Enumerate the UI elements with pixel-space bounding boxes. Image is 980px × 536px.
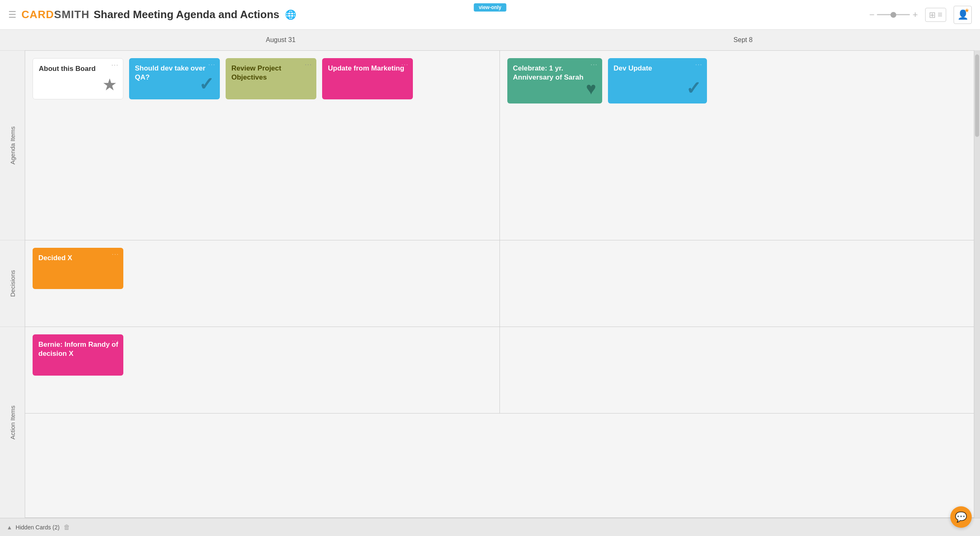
- heart-card-icon: ♥: [586, 79, 596, 99]
- grid-cell-decisions-sep8: [500, 240, 974, 327]
- grid-row-actions: ··· Bernie: Inform Randy of decision X: [25, 327, 974, 414]
- card-decided-x[interactable]: ··· Decided X: [33, 248, 123, 289]
- card-menu-dots[interactable]: ···: [695, 61, 703, 67]
- chevron-up-icon: ▲: [7, 524, 12, 531]
- card-menu-dots[interactable]: ···: [111, 62, 119, 68]
- header: ☰ CARDSMITH Shared Meeting Agenda and Ac…: [0, 0, 980, 30]
- card-menu-dots[interactable]: ···: [401, 61, 409, 67]
- card-should-dev[interactable]: ··· Should dev take over QA? ✓: [129, 58, 220, 99]
- zoom-out-button[interactable]: −: [869, 9, 875, 20]
- logo: CARDSMITH: [21, 8, 90, 21]
- board-title: Shared Meeting Agenda and Actions: [94, 8, 279, 21]
- view-only-badge: view-only: [474, 3, 506, 12]
- hidden-cards-label: Hidden Cards (2): [16, 524, 60, 531]
- card-title: Bernie: Inform Randy of decision X: [38, 341, 118, 357]
- row-label-decisions: Decisions: [0, 240, 25, 327]
- card-menu-dots[interactable]: ···: [208, 61, 216, 67]
- zoom-slider[interactable]: [877, 14, 910, 15]
- col-header-aug31: August 31: [49, 36, 512, 44]
- hamburger-menu-icon[interactable]: ☰: [8, 9, 16, 20]
- zoom-control: − +: [869, 9, 918, 20]
- row-labels: Agenda Items Decisions Action Items: [0, 50, 25, 518]
- logo-text: CARDSMITH: [21, 8, 90, 21]
- scrollbar-track[interactable]: [974, 50, 980, 518]
- card-menu-dots[interactable]: ···: [305, 61, 312, 67]
- col-header-sep8: Sept 8: [512, 36, 974, 44]
- card-bernie[interactable]: ··· Bernie: Inform Randy of decision X: [33, 334, 123, 376]
- view-toggle-group: ⊞ ≡: [925, 8, 946, 22]
- check-card-icon: ✓: [686, 78, 701, 99]
- card-title: About this Board: [39, 65, 96, 73]
- check-card-icon: ✓: [199, 73, 214, 94]
- card-dev-update[interactable]: ··· Dev Update ✓: [608, 58, 707, 103]
- card-title: Should dev take over QA?: [135, 64, 205, 81]
- grid-cell-actions-aug31: ··· Bernie: Inform Randy of decision X: [25, 327, 500, 413]
- scrollbar-thumb[interactable]: [975, 54, 979, 137]
- hidden-cards-toggle[interactable]: ▲ Hidden Cards (2): [7, 524, 59, 531]
- grid-row-agenda: ··· About this Board ★ ··· Should dev ta…: [25, 51, 974, 240]
- logo-card: CARD: [21, 8, 54, 21]
- grid-view-icon[interactable]: ⊞: [929, 10, 936, 20]
- grid-cell-agenda-aug31: ··· About this Board ★ ··· Should dev ta…: [25, 51, 500, 240]
- star-icon: ★: [964, 7, 970, 14]
- card-celebrate[interactable]: ··· Celebrate: 1 yr. Anniversary of Sara…: [507, 58, 602, 103]
- card-review-project[interactable]: ··· Review Project Objectives: [226, 58, 316, 99]
- board-container: Agenda Items Decisions Action Items ··· …: [0, 50, 980, 518]
- grid-area: ··· About this Board ★ ··· Should dev ta…: [25, 50, 974, 518]
- profile-button[interactable]: ★ 👤: [954, 6, 972, 24]
- chat-bubble-button[interactable]: 💬: [950, 506, 972, 528]
- bottom-bar: ▲ Hidden Cards (2) 🗑: [0, 518, 980, 536]
- trash-icon[interactable]: 🗑: [64, 524, 70, 531]
- card-menu-dots[interactable]: ···: [112, 338, 119, 343]
- card-update-marketing[interactable]: ··· Update from Marketing: [322, 58, 413, 99]
- globe-icon[interactable]: 🌐: [285, 9, 296, 20]
- row-label-agenda: Agenda Items: [0, 50, 25, 240]
- col-header-area: August 31 Sept 8: [49, 36, 974, 44]
- card-menu-dots[interactable]: ···: [112, 251, 119, 257]
- card-menu-dots[interactable]: ···: [591, 61, 598, 67]
- row-label-actions: Action Items: [0, 327, 25, 518]
- zoom-thumb: [890, 12, 896, 18]
- list-view-icon[interactable]: ≡: [938, 10, 942, 19]
- card-title: Celebrate: 1 yr. Anniversary of Sarah: [513, 64, 584, 81]
- logo-smith: SMITH: [54, 8, 90, 21]
- grid-cell-actions-sep8: [500, 327, 974, 413]
- card-about-board[interactable]: ··· About this Board ★: [33, 58, 123, 99]
- header-right: − + ⊞ ≡ ★ 👤: [869, 6, 972, 24]
- grid-row-decisions: ··· Decided X: [25, 240, 974, 327]
- star-card-icon: ★: [102, 75, 117, 94]
- grid-cell-agenda-sep8: ··· Celebrate: 1 yr. Anniversary of Sara…: [500, 51, 974, 240]
- zoom-in-button[interactable]: +: [912, 9, 918, 20]
- grid-cell-decisions-aug31: ··· Decided X: [25, 240, 500, 327]
- column-headers: August 31 Sept 8: [0, 30, 980, 50]
- card-title: Decided X: [38, 254, 72, 262]
- chat-icon: 💬: [955, 511, 967, 523]
- card-title: Dev Update: [614, 64, 653, 72]
- card-title: Update from Marketing: [328, 64, 404, 72]
- card-title: Review Project Objectives: [231, 64, 281, 81]
